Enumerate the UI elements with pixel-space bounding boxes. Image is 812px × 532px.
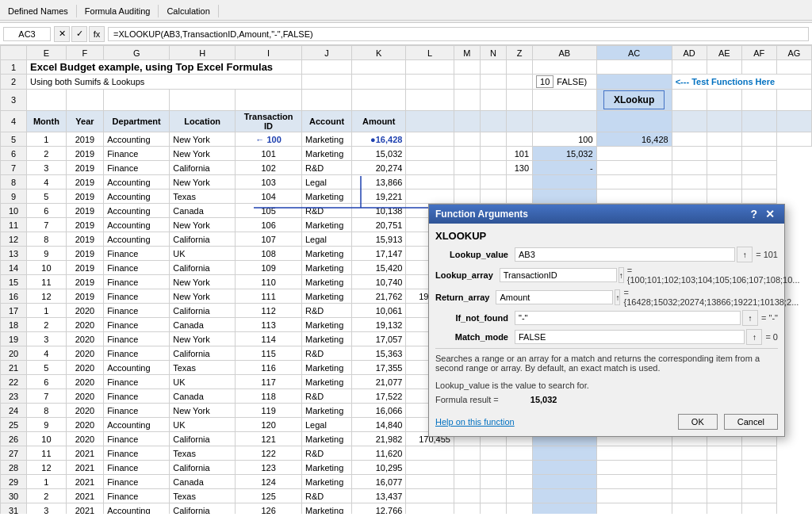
col-header-AG[interactable]: AG	[776, 46, 811, 60]
arg-input-lookup-array[interactable]	[500, 268, 617, 282]
formula-result-value: 15,032	[530, 395, 557, 404]
table-row: 6 22019FinanceNew York 101Marketing15,03…	[1, 147, 812, 161]
col-header-J[interactable]: J	[302, 46, 352, 60]
dialog-description: Searches a range or an array for a match…	[435, 348, 778, 377]
col-header-E[interactable]: E	[27, 46, 67, 60]
dialog-title-bar: Function Arguments ? ✕	[429, 205, 784, 224]
table-row: 28 122021FinanceCalifornia 123Marketing1…	[1, 461, 812, 475]
col-header-Z[interactable]: Z	[507, 46, 533, 60]
col-header-AC[interactable]: AC	[596, 46, 672, 60]
arg-collapse-return-array[interactable]: ↑	[615, 289, 620, 305]
arg-result-lookup-value: = 101	[756, 250, 778, 259]
spreadsheet-subtitle: Using both Sumifs & Lookups	[27, 75, 302, 90]
col-transaction-id: TransactionID	[236, 111, 302, 132]
col-header-I[interactable]: I	[236, 46, 302, 60]
arg-row-if-not-found: If_not_found ↑ = "-"	[435, 310, 778, 326]
table-row: 7 32019FinanceCalifornia 102R&D20,274 13…	[1, 161, 812, 175]
arg-result-match-mode: = 0	[765, 332, 778, 342]
col-header-L[interactable]: L	[406, 46, 454, 60]
arg-row-lookup-array: Lookup_array ↑ = {100;101;102;103;104;10…	[435, 266, 778, 285]
arg-result-lookup-array: = {100;101;102;103;104;105;106;107;108;1…	[627, 266, 800, 285]
arg-input-lookup-value[interactable]	[515, 247, 735, 262]
arg-input-if-not-found[interactable]	[515, 311, 741, 325]
arg-row-return-array: Return_array ↑ = {16428;15032;20274;1386…	[435, 288, 778, 307]
table-row: 3 XLookup	[1, 90, 812, 111]
arg-input-return-array[interactable]	[496, 290, 613, 304]
col-department: Department	[104, 111, 170, 132]
dialog-ok-button[interactable]: OK	[678, 414, 718, 430]
table-row: 29 12021FinanceCanada 124Marketing16,077	[1, 475, 812, 489]
dialog-cancel-button[interactable]: Cancel	[724, 414, 778, 430]
lookup-value-description: Lookup_value is the value to search for.	[435, 381, 778, 390]
dialog-close-icon[interactable]: ✕	[762, 208, 778, 220]
table-row: 9 52019AccountingTexas 104Marketing19,22…	[1, 189, 812, 204]
cell-reference-box[interactable]	[3, 27, 51, 41]
arg-collapse-if-not-found[interactable]: ↑	[742, 310, 758, 326]
col-location: Location	[170, 111, 236, 132]
table-row: 1 Excel Budget example, using Top Excel …	[1, 60, 812, 75]
formula-input[interactable]: =XLOOKUP(AB3,TransactionID,Amount,"-",FA…	[108, 27, 809, 41]
col-header-AD[interactable]: AD	[672, 46, 707, 60]
arg-label-lookup-array: Lookup_array	[435, 270, 500, 280]
col-header-N[interactable]: N	[480, 46, 506, 60]
col-header-K[interactable]: K	[352, 46, 406, 60]
col-amount: Amount	[352, 111, 406, 132]
col-header-rownum	[1, 46, 27, 60]
arg-collapse-lookup-value[interactable]: ↑	[737, 247, 753, 262]
tab-defined-names[interactable]: Defined Names	[0, 5, 77, 17]
table-row: 30 22021FinanceTexas 125R&D13,437	[1, 489, 812, 503]
col-header-H[interactable]: H	[170, 46, 236, 60]
sheet-area: E F G H I J K L M N Z AB AC AD AE AF AG	[0, 45, 812, 514]
table-row: 31 32021AccountingCalifornia 126Marketin…	[1, 503, 812, 515]
arg-label-match-mode: Match_mode	[435, 332, 515, 342]
formula-result-label: Formula result =	[435, 395, 499, 404]
table-row: 5 12019AccountingNew York ← 100 Marketin…	[1, 132, 812, 147]
col-header-AF[interactable]: AF	[741, 46, 776, 60]
col-header-M[interactable]: M	[454, 46, 480, 60]
table-row: 8 42019AccountingNew York 103Legal13,866	[1, 175, 812, 189]
column-header-row: 4 Month Year Department Location Transac…	[1, 111, 812, 132]
arg-label-return-array: Return_array	[435, 293, 496, 302]
arg-result-return-array: = {16428;15032;20274;13866;19221;10138;2…	[623, 288, 799, 307]
col-month: Month	[27, 111, 67, 132]
tab-calculation[interactable]: Calculation	[159, 5, 218, 17]
col-header-AB[interactable]: AB	[533, 46, 597, 60]
test-functions-label: <--- Test Functions Here	[672, 75, 811, 90]
arg-collapse-match-mode[interactable]: ↑	[746, 329, 762, 345]
cancel-formula-button[interactable]: ✕	[54, 26, 70, 42]
col-account: Account	[302, 111, 352, 132]
arg-collapse-lookup-array[interactable]: ↑	[619, 267, 624, 283]
table-row: 27 112021FinanceTexas 122R&D11,620	[1, 446, 812, 461]
arg-input-match-mode[interactable]	[515, 330, 745, 344]
arg-row-lookup-value: Lookup_value ↑ = 101	[435, 247, 778, 262]
col-year: Year	[66, 111, 103, 132]
function-arguments-dialog: Function Arguments ? ✕ XLOOKUP Lookup_va…	[428, 204, 785, 437]
arg-row-match-mode: Match_mode ↑ = 0	[435, 329, 778, 345]
arg-label-lookup-value: Lookup_value	[435, 250, 515, 259]
col-header-G[interactable]: G	[104, 46, 170, 60]
test-value-input[interactable]: 10	[536, 75, 553, 88]
dialog-help-icon[interactable]: ?	[747, 208, 760, 220]
help-link[interactable]: Help on this function	[435, 417, 515, 427]
dialog-title-text: Function Arguments	[435, 209, 528, 220]
col-header-F[interactable]: F	[66, 46, 103, 60]
function-name: XLOOKUP	[435, 230, 778, 242]
false-badge: FALSE)	[557, 77, 587, 86]
arg-result-if-not-found: = "-"	[761, 313, 778, 323]
col-header-AE[interactable]: AE	[707, 46, 741, 60]
formula-bar: ✕ ✓ fx =XLOOKUP(AB3,TransactionID,Amount…	[0, 23, 812, 45]
arg-label-if-not-found: If_not_found	[435, 313, 515, 323]
xlookup-button[interactable]: XLookup	[603, 90, 665, 109]
confirm-formula-button[interactable]: ✓	[71, 26, 87, 42]
formula-result-row: Formula result = 15,032	[435, 395, 778, 404]
fx-button[interactable]: fx	[89, 26, 105, 42]
tab-formula-auditing[interactable]: Formula Auditing	[77, 5, 159, 17]
table-row: 2 Using both Sumifs & Lookups 10 FALSE) …	[1, 75, 812, 90]
ribbon: Defined Names Formula Auditing Calculati…	[0, 0, 812, 23]
spreadsheet-title: Excel Budget example, using Top Excel Fo…	[27, 60, 302, 75]
